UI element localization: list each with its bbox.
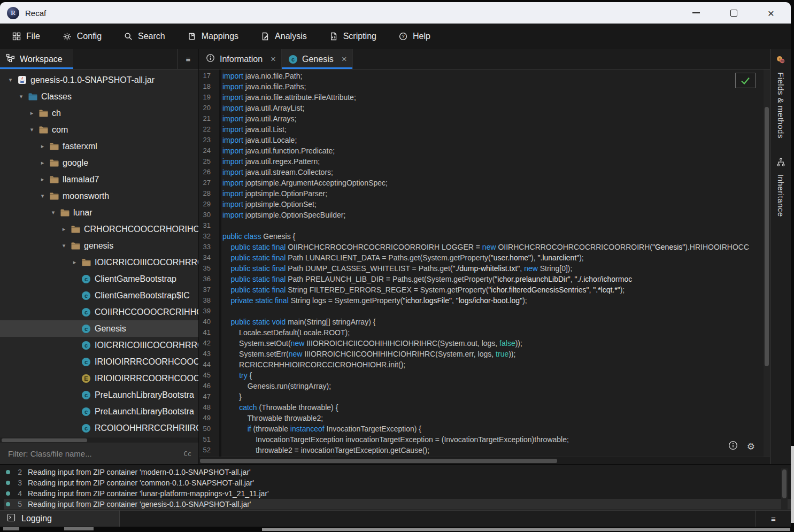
menu-config[interactable]: Config xyxy=(63,32,102,41)
tree-item-label: Classes xyxy=(41,92,72,102)
tab-information[interactable]: Information × xyxy=(199,49,282,69)
log-row[interactable]: 3Reading input from ZIP container 'commo… xyxy=(4,477,791,488)
scrollbar-thumb[interactable] xyxy=(2,438,87,442)
terminal-icon xyxy=(7,513,16,524)
tab-workspace[interactable]: Workspace xyxy=(0,49,73,69)
editor-settings-gear-icon[interactable]: ⚙ xyxy=(747,441,755,452)
tree-item[interactable]: cClientGameBootstrap xyxy=(0,271,198,287)
tree-item[interactable]: ▾com xyxy=(0,121,198,138)
tree-item[interactable]: ▸fasterxml xyxy=(0,138,198,155)
menu-search[interactable]: Search xyxy=(124,32,165,41)
menu-label: Scripting xyxy=(343,32,376,41)
expander-closed-icon[interactable]: ▸ xyxy=(38,176,47,183)
tree-item[interactable]: cIRIOIOIRRRCOORHCOOC xyxy=(0,353,198,370)
close-tab-icon[interactable]: × xyxy=(342,54,347,65)
tree-item[interactable]: EIRIOIOIRRRCOORHCOOC xyxy=(0,370,198,387)
tree-item[interactable]: ▾moonsworth xyxy=(0,188,198,204)
tab-genesis[interactable]: c Genesis × xyxy=(282,49,353,69)
expander-open-icon[interactable]: ▾ xyxy=(60,242,68,249)
maximize-button[interactable] xyxy=(722,5,745,21)
menu-analysis[interactable]: Analysis xyxy=(261,32,307,41)
scrollbar-thumb[interactable] xyxy=(765,107,769,366)
code-line: 21import java.util.Arrays; xyxy=(199,113,764,124)
line-number: 29 xyxy=(199,199,215,210)
tree-item[interactable]: cCOIIRHCCOOOCRCRIHHC xyxy=(0,304,198,320)
code-text: public class Genesis { xyxy=(215,231,295,242)
log-row[interactable]: 2Reading input from ZIP container 'moder… xyxy=(4,467,791,477)
close-tab-icon[interactable]: × xyxy=(271,54,276,65)
tree-item-selected[interactable]: cGenesis xyxy=(0,320,198,337)
code-lines: 17import java.nio.file.Path;18import jav… xyxy=(199,70,764,457)
svg-text:?: ? xyxy=(402,34,404,39)
close-button[interactable]: × xyxy=(760,5,782,21)
tab-inheritance[interactable]: Inheritance xyxy=(776,158,785,217)
code-text: import joptsimple.OptionSet; xyxy=(215,199,317,210)
code-line: 43 System.setErr(new IIIORROICHCIICOOHIH… xyxy=(199,349,764,359)
minimize-button[interactable] xyxy=(685,5,707,21)
tree-item[interactable]: cClientGameBootstrap$IC xyxy=(0,287,198,304)
decompile-status-button[interactable] xyxy=(735,73,756,88)
tree-item[interactable]: cRCOIOOHHRRCCRHRIIRC xyxy=(0,420,198,436)
line-number: 24 xyxy=(199,145,215,156)
tab-logging[interactable]: Logging xyxy=(0,511,120,527)
tree-item[interactable]: ▸CRHORCHCOOCCRHORIHC xyxy=(0,221,198,237)
right-side-tabs: fm Fields & methods Inheritance xyxy=(770,49,791,464)
tree-item[interactable]: ▾genesis-0.1.0-SNAPSHOT-all.jar xyxy=(0,72,198,88)
tree-item[interactable]: cPreLaunchLibraryBootstra xyxy=(0,387,198,403)
tab-fields-and-methods[interactable]: fm Fields & methods xyxy=(776,56,785,138)
workspace-menu-button[interactable]: ≡ xyxy=(178,49,198,69)
menu-label: Analysis xyxy=(275,32,307,41)
filter-input[interactable] xyxy=(7,449,180,459)
expander-closed-icon[interactable]: ▸ xyxy=(38,159,47,166)
expander-open-icon[interactable]: ▾ xyxy=(49,209,57,216)
line-number: 27 xyxy=(199,178,215,188)
tree-item[interactable]: cIOICRRICOIIICOCORHRRC xyxy=(0,337,198,353)
code-editor[interactable]: 17import java.nio.file.Path;18import jav… xyxy=(199,70,770,457)
menu-file[interactable]: File xyxy=(12,32,40,41)
package-folder-icon xyxy=(38,109,48,118)
editor-info-icon[interactable] xyxy=(728,441,738,452)
code-vertical-scrollbar[interactable] xyxy=(764,70,770,457)
tree-item[interactable]: ▸google xyxy=(0,155,198,171)
logging-menu-button[interactable]: ≡ xyxy=(756,511,791,527)
expander-closed-icon[interactable]: ▸ xyxy=(38,143,47,150)
tree-item[interactable]: ▾Classes xyxy=(0,88,198,105)
expander-closed-icon[interactable]: ▸ xyxy=(71,259,79,266)
tree-item-label: CRHORCHCOOCCRHORIHC xyxy=(84,225,198,234)
menu-mappings[interactable]: Mappings xyxy=(188,32,238,41)
tree-item[interactable]: ▸ch xyxy=(0,105,198,121)
code-text: } xyxy=(215,391,242,402)
menu-help[interactable]: ?Help xyxy=(399,32,430,41)
expander-closed-icon[interactable]: ▸ xyxy=(28,110,36,117)
log-row[interactable]: 4Reading input from ZIP container 'lunar… xyxy=(4,488,791,499)
tree-item[interactable]: ▾genesis xyxy=(0,237,198,254)
expander-open-icon[interactable]: ▾ xyxy=(6,76,14,83)
tree-item[interactable]: ▾lunar xyxy=(0,204,198,221)
package-folder-icon xyxy=(71,241,80,250)
window-controls: × xyxy=(685,5,791,21)
package-folder-icon xyxy=(49,158,59,167)
line-number: 20 xyxy=(199,103,215,113)
log-vertical-scrollbar[interactable] xyxy=(781,468,788,510)
expander-closed-icon[interactable]: ▸ xyxy=(60,226,68,233)
expander-open-icon[interactable]: ▾ xyxy=(38,192,47,199)
tree-item[interactable]: ▸llamalad7 xyxy=(0,171,198,188)
background-window-edge-right xyxy=(791,446,794,523)
scrollbar-thumb[interactable] xyxy=(200,459,557,463)
workspace-tree[interactable]: ▾genesis-0.1.0-SNAPSHOT-all.jar▾Classes▸… xyxy=(0,70,198,437)
scrollbar-thumb[interactable] xyxy=(782,469,787,498)
code-text: public static void main(String[] stringA… xyxy=(215,317,375,327)
match-case-toggle[interactable]: Cc xyxy=(184,450,191,458)
tree-item[interactable]: ▸IOICRRICOIIICOCORHRRC xyxy=(0,254,198,271)
menu-scripting[interactable]: Scripting xyxy=(329,32,376,41)
expander-open-icon[interactable]: ▾ xyxy=(28,126,36,133)
tree-item[interactable]: cPreLaunchLibraryBootstra xyxy=(0,403,198,420)
tree-horizontal-scrollbar[interactable] xyxy=(0,437,198,443)
code-horizontal-scrollbar[interactable] xyxy=(199,457,770,464)
expander-open-icon[interactable]: ▾ xyxy=(17,93,25,100)
tabbar-spacer xyxy=(73,49,178,69)
log-row[interactable]: 5Reading input from ZIP container 'genes… xyxy=(4,499,791,510)
code-text: if (throwable instanceof InvocationTarge… xyxy=(215,423,421,434)
recaf-logo-icon: R xyxy=(7,7,19,19)
code-text: Throwable throwable2; xyxy=(215,413,323,423)
